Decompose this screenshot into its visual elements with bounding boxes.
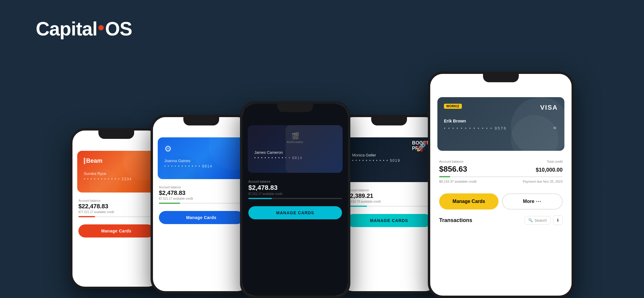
rocket-icon: 🚀	[416, 141, 428, 152]
phone-3-account-info: Account balance $2,478.83 $7,521.17 avai…	[242, 176, 348, 206]
phone-4-card: BOOST PRO 🚀 Monica Geller • • • • • • • …	[346, 137, 433, 182]
phone-2-progress-fill	[159, 203, 180, 204]
more-dots: •••	[536, 199, 542, 204]
phone-1-available: $77,521.17 available credit	[78, 210, 154, 214]
phone-4-progress-bar	[347, 206, 431, 207]
phone-3-progress-fill	[248, 198, 272, 199]
phone-1-account-info: Account balance $22,478.83 $77,521.17 av…	[72, 195, 160, 224]
logo-text-right: OS	[105, 18, 132, 40]
phone-3-manage-cards-button[interactable]: MANAGE CARDS	[248, 206, 342, 219]
download-icon: ⬇	[556, 218, 560, 223]
phone-3-card: 🎬 RollCredits James Cameron • • • • • • …	[248, 125, 343, 173]
phone-5-more-button[interactable]: More •••	[502, 193, 563, 209]
search-text: Search	[535, 218, 547, 223]
phone-5-progress-fill	[439, 176, 450, 177]
phone-5-screen: WORKIZ VISA Erik Brown • • • • • • • • •…	[430, 74, 572, 296]
phone-1-progress-fill	[78, 216, 95, 217]
phone-2-screen: ⚙ Joanna Gaines • • • • • • • • • • • 88…	[153, 117, 250, 291]
phone-4-balance-label: Account balance	[347, 189, 431, 192]
phone-5-transactions: Transactions 🔍 Search ⬇	[430, 215, 572, 225]
logo: Capital OS	[36, 18, 132, 40]
phone-5-total-credit-label: Total credit	[547, 160, 563, 163]
phone-3-progress-bar	[248, 198, 342, 199]
phone-2-balance-label: Account balance	[159, 186, 244, 189]
phone-1-manage-cards-button[interactable]: Manage Cards	[78, 224, 154, 238]
phone-1-card: Beam Sundra Ryce • • • • • • • • • • • 2…	[77, 151, 155, 193]
phone-5-manage-cards-button[interactable]: Manage Cards	[439, 193, 499, 209]
phone-4: BOOST PRO 🚀 Monica Geller • • • • • • • …	[338, 115, 440, 294]
phone-2-balance: $2,478.83	[159, 190, 244, 196]
workiz-badge: WORKIZ	[444, 104, 462, 109]
phone-2-manage-cards-button[interactable]: Manage Cards	[159, 211, 244, 224]
phone-4-screen: BOOST PRO 🚀 Monica Geller • • • • • • • …	[341, 117, 437, 291]
logo-text-left: Capital	[36, 18, 97, 40]
phone-1-progress-bar	[78, 216, 154, 217]
phone-1-screen: Beam Sundra Ryce • • • • • • • • • • • 2…	[72, 131, 160, 287]
phone-1-balance-label: Account balance	[78, 199, 154, 202]
phone-2-account-info: Account balance $2,478.83 $7,521.17 avai…	[153, 182, 250, 211]
phone-2-progress-bar	[159, 203, 244, 204]
logo-dot	[98, 25, 104, 30]
phone-3-available: $7,521.17 available credit	[248, 192, 342, 195]
phone-5-balance: $856.63	[439, 164, 467, 174]
phone-5-card-number: • • • • • • • • • • • • 9576	[444, 126, 507, 131]
phone-2-available: $7,521.17 available credit	[159, 197, 244, 200]
phone-1-balance: $22,478.83	[78, 203, 154, 210]
phone-4-manage-cards-button[interactable]: MANAGE CARDS	[347, 214, 431, 227]
phone-2: ⚙ Joanna Gaines • • • • • • • • • • • 88…	[151, 115, 252, 294]
phone-4-balance: $2,389.21	[347, 193, 431, 199]
phone-3: 🎬 RollCredits James Cameron • • • • • • …	[240, 101, 350, 298]
phone-5-card: WORKIZ VISA Erik Brown • • • • • • • • •…	[437, 97, 564, 151]
phone-1: Beam Sundra Ryce • • • • • • • • • • • 2…	[70, 128, 162, 289]
phone-5-buttons-row: Manage Cards More •••	[430, 193, 572, 209]
phones-container: Beam Sundra Ryce • • • • • • • • • • • 2…	[0, 72, 644, 298]
phone-5-payment-due: Payment due Nov 25, 2023	[523, 180, 563, 184]
phone-4-card-number: • • • • • • • • • • • 5019	[352, 159, 426, 163]
search-icon: 🔍	[528, 218, 533, 222]
phone-5: WORKIZ VISA Erik Brown • • • • • • • • •…	[428, 72, 574, 298]
search-box[interactable]: 🔍 Search	[524, 216, 551, 225]
phone-5-account-info: Account balance Total credit $856.63 $10…	[430, 155, 572, 193]
phone-5-available: $9,143.37 available credit	[439, 180, 476, 183]
phone-4-available: $7,610.79 available credit	[347, 200, 431, 203]
more-label: More	[523, 199, 534, 204]
phone-4-account-info: Account balance $2,389.21 $7,610.79 avai…	[341, 185, 437, 214]
phone-3-balance: $2,478.83	[248, 184, 342, 192]
transactions-header: Transactions 🔍 Search ⬇	[439, 215, 563, 225]
download-button[interactable]: ⬇	[553, 215, 563, 225]
phone-5-progress-bar	[439, 176, 563, 177]
phone-3-balance-label: Account balance	[248, 180, 342, 183]
phone-5-balance-label: Account balance	[439, 160, 463, 163]
phone-3-screen: 🎬 RollCredits James Cameron • • • • • • …	[242, 104, 348, 296]
phone-2-card: ⚙ Joanna Gaines • • • • • • • • • • • 88…	[158, 137, 245, 179]
phone-5-total-credit: $10,000.00	[536, 167, 563, 173]
phone-4-card-holder: Monica Geller	[352, 153, 426, 157]
transactions-title: Transactions	[439, 217, 472, 224]
